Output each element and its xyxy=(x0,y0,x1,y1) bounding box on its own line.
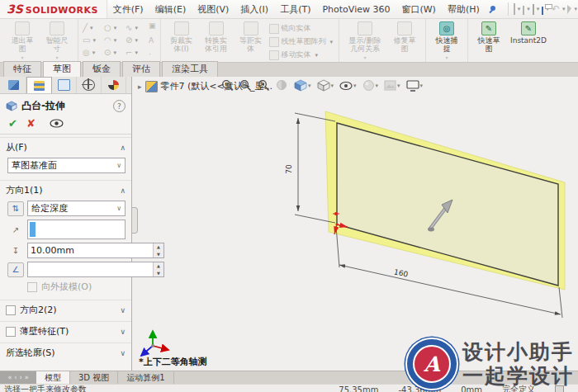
dimension-height-text[interactable]: 70 xyxy=(285,164,293,174)
tab-feature-tree[interactable] xyxy=(2,77,26,93)
chevron-down-icon[interactable]: ∨ xyxy=(120,306,126,314)
fillet-tool[interactable]: ⌐▾ xyxy=(126,49,147,57)
exit-sketch-button[interactable]: 退出草 图 ▾ xyxy=(6,21,39,62)
menu-photoview[interactable]: PhotoView 360 xyxy=(316,4,396,15)
point-circle-tool[interactable]: ⊙▾ xyxy=(104,49,126,57)
caret-icon[interactable]: ▾ xyxy=(364,54,367,62)
section-from-header[interactable]: 从(F) ∧ xyxy=(0,137,131,156)
caret-icon[interactable]: ▾ xyxy=(537,6,540,12)
caret-icon[interactable]: ▾ xyxy=(518,6,521,12)
chevron-up-icon[interactable]: ∧ xyxy=(120,144,126,152)
tab-model[interactable]: 模型 xyxy=(36,371,70,384)
menu-edit[interactable]: 编辑(E) xyxy=(149,3,192,16)
text-tool[interactable]: A xyxy=(149,36,156,45)
scroll-next-icon[interactable]: › xyxy=(20,375,22,381)
caret-icon[interactable]: ▾ xyxy=(574,6,577,12)
caret-icon[interactable]: ▾ xyxy=(135,36,138,45)
section-selected-contours-header[interactable]: 所选轮廓(S) ∨ xyxy=(0,342,131,361)
trim-entities-button[interactable]: 剪裁实 体(I) xyxy=(165,21,198,53)
tab-features[interactable]: 特征 xyxy=(3,61,41,77)
caret-icon[interactable]: ▾ xyxy=(92,49,96,57)
rapid-sketch-button[interactable]: ✎ 快速草 图 xyxy=(472,21,505,53)
scroll-first-icon[interactable]: « xyxy=(7,375,12,381)
caret-icon[interactable]: ▾ xyxy=(90,24,93,32)
tab-sketch[interactable]: 草图 xyxy=(43,61,81,77)
caret-icon[interactable]: ▾ xyxy=(92,36,96,45)
polygon-tool[interactable]: ▣ xyxy=(149,21,156,30)
circle-tool[interactable]: ○▾ xyxy=(104,24,126,32)
move-entities-button[interactable]: 移动实体▾ xyxy=(269,50,335,60)
end-condition-dropdown[interactable]: 给定深度 ∨ xyxy=(27,201,126,216)
menu-window[interactable]: 窗口(W) xyxy=(396,3,441,16)
line-tool[interactable]: ╱▾ xyxy=(83,24,104,32)
preview-eye-icon[interactable] xyxy=(50,119,64,128)
convert-entities-button[interactable]: 转换实 体引用 xyxy=(200,21,233,53)
linear-pattern-button[interactable]: 线性草图阵列▾ xyxy=(269,36,335,47)
tab-evaluate[interactable]: 评估 xyxy=(122,61,160,77)
tab-sheet-metal[interactable]: 钣金 xyxy=(83,61,121,77)
smart-dimension-button[interactable]: 智能尺 寸 ▾ xyxy=(40,21,73,62)
from-plane-dropdown[interactable]: 草图基准面 ∨ xyxy=(7,158,126,173)
tab-3d-views[interactable]: 3D 视图 xyxy=(70,371,118,384)
rectangle-tool[interactable]: ▭▾ xyxy=(83,36,104,45)
save-icon[interactable] xyxy=(533,4,534,15)
pin-menu-icon[interactable] xyxy=(489,5,497,13)
tab-render-tools[interactable]: 渲染工具 xyxy=(162,61,218,77)
menu-tools[interactable]: 工具(T) xyxy=(274,3,316,16)
display-relations-button[interactable]: 显示/删除 几何关系 ▾ xyxy=(343,21,386,62)
draft-icon[interactable]: ∠ xyxy=(7,262,24,277)
direction2-checkbox[interactable] xyxy=(6,305,16,315)
outward-draft-checkbox[interactable] xyxy=(27,282,37,292)
caret-icon[interactable]: ▾ xyxy=(562,6,566,12)
new-document-icon[interactable] xyxy=(514,3,515,15)
caret-icon[interactable]: ▾ xyxy=(135,24,138,32)
ellipse-tool[interactable]: ⊘▾ xyxy=(126,36,147,45)
open-icon[interactable] xyxy=(523,6,524,15)
caret-icon[interactable]: ▾ xyxy=(135,49,138,57)
scroll-prev-icon[interactable]: ‹ xyxy=(14,375,17,381)
menu-help[interactable]: 帮助(H) xyxy=(442,3,486,16)
caret-icon[interactable]: ▾ xyxy=(315,52,319,59)
section-direction2-header[interactable]: 方向2(2) ∨ xyxy=(0,300,131,319)
undo-icon[interactable]: ↶ xyxy=(552,4,560,14)
arc-tool[interactable]: ◠▾ xyxy=(104,36,126,45)
mirror-entities-button[interactable]: 镜向实体 xyxy=(269,23,335,34)
caret-icon[interactable]: ▾ xyxy=(113,49,116,57)
section-thin-feature-header[interactable]: 薄壁特征(T) ∨ xyxy=(0,321,131,340)
point-tool[interactable]: · xyxy=(149,50,156,59)
graphics-viewport[interactable]: ▸ 零件7 (默认<<默认>_显... ▾ ▾ ▾ ▾ ▾ ▾ xyxy=(132,77,578,371)
instant2d-button[interactable]: ✎ Instant2D xyxy=(507,21,550,45)
print-icon[interactable] xyxy=(542,7,543,15)
slot-tool[interactable]: ◎▾ xyxy=(83,49,104,57)
caret-icon[interactable]: ▾ xyxy=(446,54,448,62)
thin-feature-checkbox[interactable] xyxy=(6,327,16,337)
tab-display-manager[interactable] xyxy=(102,77,126,93)
tab-motion-study[interactable]: 运动算例1 xyxy=(118,371,173,384)
chevron-up-icon[interactable]: ∧ xyxy=(120,187,126,195)
panel-splitter-tab[interactable] xyxy=(132,207,138,234)
chevron-down-icon[interactable]: ∨ xyxy=(120,328,126,336)
scroll-last-icon[interactable]: » xyxy=(25,375,29,381)
tab-property-manager[interactable] xyxy=(26,77,52,93)
menu-file[interactable]: 文件(F) xyxy=(107,3,149,16)
caret-icon[interactable]: ▾ xyxy=(114,24,117,32)
section-direction1-header[interactable]: 方向1(1) ∧ xyxy=(0,180,131,199)
menu-insert[interactable]: 插入(I) xyxy=(235,3,274,16)
offset-entities-button[interactable]: 等距实 体 xyxy=(235,21,268,53)
direction-selection-box[interactable] xyxy=(27,220,126,239)
tab-scroll-buttons[interactable]: « ‹ › » xyxy=(0,371,36,384)
reverse-direction-icon[interactable]: ⇅ xyxy=(7,201,24,216)
caret-icon[interactable]: ▾ xyxy=(114,36,117,45)
select-icon[interactable] xyxy=(567,5,571,14)
menu-view[interactable]: 视图(V) xyxy=(192,3,235,16)
ok-button[interactable]: ✔ xyxy=(8,117,17,130)
chevron-down-icon[interactable]: ∨ xyxy=(120,349,126,357)
cancel-button[interactable]: ✘ xyxy=(26,117,36,130)
caret-icon[interactable]: ▾ xyxy=(527,6,530,12)
repair-sketch-button[interactable]: 修复草 图 xyxy=(388,21,421,53)
tab-configuration-manager[interactable] xyxy=(52,77,77,93)
tab-dimxpert[interactable] xyxy=(77,77,102,93)
spline-tool[interactable]: ∿▾ xyxy=(126,24,147,32)
quick-snaps-button[interactable]: ◎ 快速捕 捉 ▾ xyxy=(430,21,463,62)
caret-icon[interactable]: ▾ xyxy=(330,39,334,45)
